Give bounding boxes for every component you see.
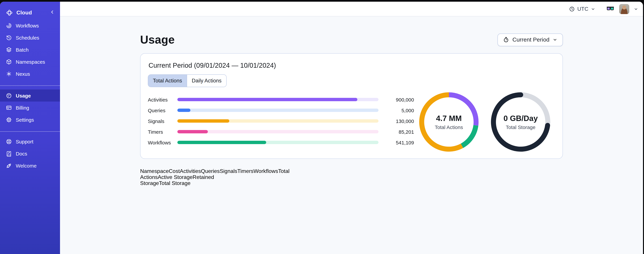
bar-value: 85,201 <box>383 129 414 134</box>
bar-label: Queries <box>148 108 177 113</box>
page-title: Usage <box>140 33 175 46</box>
temporal-logo-icon <box>6 9 13 16</box>
bar-label: Timers <box>148 129 177 134</box>
billing-card-icon <box>6 104 12 111</box>
sidebar-item-batch[interactable]: Batch <box>0 44 60 56</box>
table-header-row: NamespaceCostActivitiesQueriesSignalsTim… <box>140 168 563 186</box>
sidebar-item-nexus[interactable]: Nexus <box>0 68 60 80</box>
actions-view-tabs: Total ActionsDaily Actions <box>148 74 226 87</box>
bar-track <box>177 108 378 112</box>
namespace-usage-table: NamespaceCostActivitiesQueriesSignalsTim… <box>140 168 563 186</box>
sidebar-item-label: Nexus <box>16 71 30 76</box>
reader-glasses-icon[interactable] <box>606 5 614 13</box>
sidebar-item-welcome[interactable]: Welcome <box>0 160 60 172</box>
bar-row-activities: Activities900,000 <box>148 95 419 104</box>
bar-track <box>177 130 378 133</box>
sidebar-item-schedules[interactable]: Schedules <box>0 32 60 44</box>
bar-value: 130,000 <box>383 118 414 124</box>
tab-daily-actions[interactable]: Daily Actions <box>187 75 226 87</box>
sidebar-item-label: Workflows <box>16 22 39 28</box>
bar-row-workflows: Workflows541,109 <box>148 138 419 147</box>
donut-value: 0 GB/Day <box>504 114 538 123</box>
workflows-icon <box>6 22 12 29</box>
clock-icon <box>569 6 575 12</box>
donut-charts: 4.7 MMTotal Actions0 GB/DayTotal Storage <box>419 92 550 152</box>
bar-label: Activities <box>148 97 177 102</box>
bar-row-queries: Queries5,000 <box>148 106 419 114</box>
sidebar-item-label: Welcome <box>16 163 37 168</box>
card-title: Current Period (09/01/2024 — 10/01/2024) <box>148 62 562 69</box>
bar-track <box>177 98 378 101</box>
welcome-rocket-icon <box>6 162 12 169</box>
sidebar-item-label: Settings <box>16 117 34 122</box>
bar-value: 541,109 <box>383 140 414 145</box>
sidebar-item-label: Docs <box>16 150 27 156</box>
sidebar-item-label: Usage <box>16 93 31 98</box>
main-area: UTC Usage Current Period <box>60 2 643 254</box>
nexus-asterisk-icon <box>6 70 12 77</box>
support-lifering-icon <box>6 138 12 144</box>
sidebar-item-workflows[interactable]: Workflows <box>0 20 60 32</box>
stopwatch-icon <box>503 36 510 43</box>
sidebar-item-support[interactable]: Support <box>0 136 60 148</box>
sidebar-item-docs[interactable]: Docs <box>0 148 60 160</box>
namespaces-cube-icon <box>6 58 12 65</box>
bar-fill <box>177 108 190 112</box>
chevron-down-icon <box>591 6 596 11</box>
timezone-selector[interactable]: UTC <box>569 6 596 12</box>
docs-book-icon <box>6 150 12 157</box>
bar-row-timers: Timers85,201 <box>148 127 419 136</box>
sidebar-item-label: Namespaces <box>16 59 45 64</box>
bar-track <box>177 119 378 123</box>
topbar: UTC <box>60 2 643 16</box>
bar-fill <box>177 130 208 133</box>
timezone-label: UTC <box>577 6 588 12</box>
sidebar-item-label: Schedules <box>16 35 39 40</box>
period-button-label: Current Period <box>512 36 550 43</box>
usage-gauge-icon <box>6 92 12 99</box>
period-select-button[interactable]: Current Period <box>498 33 563 46</box>
bar-track <box>177 141 378 144</box>
app-window: Cloud WorkflowsSchedulesBatchNamespacesN… <box>0 2 643 254</box>
sidebar-item-label: Support <box>16 138 33 144</box>
brand-label: Cloud <box>16 10 46 16</box>
sidebar-item-namespaces[interactable]: Namespaces <box>0 56 60 68</box>
donut-label: Total Actions <box>435 124 463 130</box>
user-menu-chevron-down-icon[interactable] <box>634 6 638 11</box>
settings-gear-icon <box>6 116 12 123</box>
sidebar-item-usage[interactable]: Usage <box>0 90 60 102</box>
chevron-down-icon <box>552 37 558 42</box>
donut-total-storage: 0 GB/DayTotal Storage <box>491 92 550 152</box>
sidebar-item-label: Billing <box>16 105 29 110</box>
content: Usage Current Period Current Period (09/… <box>60 16 643 254</box>
donut-value: 4.7 MM <box>436 114 462 123</box>
tab-total-actions[interactable]: Total Actions <box>148 75 187 87</box>
sidebar-nav: WorkflowsSchedulesBatchNamespacesNexusUs… <box>0 20 60 172</box>
bar-value: 5,000 <box>383 108 414 113</box>
sidebar-item-label: Batch <box>16 47 29 52</box>
sidebar-item-billing[interactable]: Billing <box>0 102 60 114</box>
action-bars-chart: Activities900,000Queries5,000Signals130,… <box>148 95 419 149</box>
sidebar: Cloud WorkflowsSchedulesBatchNamespacesN… <box>0 2 60 254</box>
bar-fill <box>177 141 266 144</box>
batch-layers-icon <box>6 46 12 53</box>
usage-summary-card: Current Period (09/01/2024 — 10/01/2024)… <box>140 53 563 159</box>
sidebar-divider <box>0 86 60 86</box>
chevron-left-icon <box>50 10 55 16</box>
bar-fill <box>177 119 230 123</box>
schedules-icon <box>6 34 12 41</box>
sidebar-item-settings[interactable]: Settings <box>0 114 60 126</box>
bar-label: Workflows <box>148 140 177 145</box>
page: Cloud WorkflowsSchedulesBatchNamespacesN… <box>0 0 644 254</box>
avatar[interactable] <box>619 4 629 14</box>
bar-fill <box>177 98 357 101</box>
sidebar-collapse-button[interactable] <box>49 10 55 16</box>
bar-value: 900,000 <box>383 97 414 102</box>
donut-label: Total Storage <box>506 124 536 130</box>
bar-row-signals: Signals130,000 <box>148 116 419 125</box>
bar-label: Signals <box>148 118 177 124</box>
donut-total-actions: 4.7 MMTotal Actions <box>419 92 479 152</box>
sidebar-divider <box>0 131 60 132</box>
sidebar-brand[interactable]: Cloud <box>0 6 60 20</box>
